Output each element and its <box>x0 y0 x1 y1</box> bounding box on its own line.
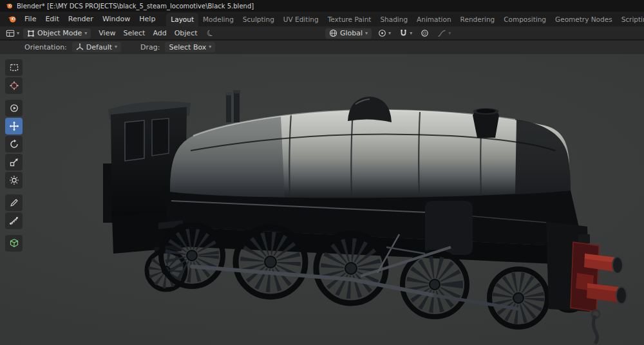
loco-smokebox <box>515 120 571 194</box>
drag-label: Drag: <box>140 43 160 51</box>
loco-cab-window <box>125 120 144 161</box>
chevron-down-icon: ▾ <box>410 31 412 36</box>
loco-chimney-mouth <box>477 109 496 113</box>
loco-safety-valve-top <box>225 92 232 95</box>
proportional-editing-toggle[interactable] <box>419 28 431 39</box>
magnet-icon <box>399 29 408 37</box>
loco-steam-dome <box>348 97 392 122</box>
snap-toggle[interactable]: ▾ <box>397 28 414 39</box>
select-box-icon <box>9 62 19 73</box>
loco-safety-valve-top <box>233 90 240 93</box>
loco-cab-window <box>152 118 169 156</box>
orientation-dropdown[interactable]: Default ▾ <box>72 42 121 52</box>
menu-object[interactable]: Object <box>171 28 202 39</box>
loco-safety-valve <box>234 92 240 122</box>
proportional-falloff-dropdown[interactable]: ▾ <box>435 28 453 39</box>
tool-settings-bar: Orientation: Default ▾ Drag: Select Box … <box>0 40 644 54</box>
tool-shelf <box>5 59 23 252</box>
menu-edit[interactable]: Edit <box>41 14 63 24</box>
axes-icon <box>76 43 84 51</box>
locomotive-model[interactable] <box>0 54 644 345</box>
loco-coupling-chain <box>593 315 597 344</box>
globe-icon <box>329 29 337 37</box>
loco-lamp-bracket <box>578 234 590 243</box>
tab-shading[interactable]: Shading <box>375 13 412 26</box>
loco-coupling-rod <box>192 266 435 295</box>
editor-type-icon <box>6 29 15 38</box>
blender-app-icon <box>5 2 13 10</box>
cursor-icon <box>9 80 19 91</box>
chevron-down-icon: ▾ <box>115 44 117 50</box>
loco-firebox <box>170 117 285 197</box>
tool-move[interactable] <box>5 118 23 135</box>
editor-type-dropdown[interactable]: ▾ <box>4 28 21 39</box>
chevron-down-icon: ▾ <box>365 31 368 36</box>
viewport-3d[interactable] <box>0 54 644 345</box>
measure-icon <box>9 216 19 226</box>
chevron-down-icon: ▾ <box>448 31 451 36</box>
orientation-label: Orientation: <box>24 43 67 51</box>
tab-animation[interactable]: Animation <box>412 13 456 26</box>
drag-dropdown[interactable]: Select Box ▾ <box>165 42 215 52</box>
tool-annotate[interactable] <box>5 194 23 211</box>
object-mode-icon <box>27 30 35 37</box>
loco-buffer-head <box>616 287 627 304</box>
falloff-curve-icon <box>437 29 446 38</box>
tab-geometry-nodes[interactable]: Geometry Nodes <box>551 13 617 26</box>
tool-scale[interactable] <box>5 154 23 171</box>
chevron-down-icon: ▾ <box>17 31 19 36</box>
tool-rotate[interactable] <box>5 136 23 153</box>
tab-texture-paint[interactable]: Texture Paint <box>323 13 376 26</box>
title-bar: Blender* [E:\MY DCS PROJECTS\black_5_ste… <box>0 0 644 12</box>
blender-logo-icon <box>7 14 17 24</box>
menu-view[interactable]: View <box>95 28 119 39</box>
pivot-point-dropdown[interactable]: ▾ <box>376 28 393 39</box>
tab-rendering[interactable]: Rendering <box>456 13 500 26</box>
proportional-editing-icon <box>421 29 429 37</box>
loco-wheel <box>402 252 467 317</box>
menu-help[interactable]: Help <box>135 14 160 24</box>
tool-transform[interactable] <box>5 172 23 189</box>
rotate-icon <box>9 139 19 149</box>
workspace-tabs: Layout Modeling Sculpting UV Editing Tex… <box>166 12 644 26</box>
header-transform-tools: Global ▾ ▾ ▾ <box>325 26 453 40</box>
tool-measure[interactable] <box>5 212 23 229</box>
menu-file[interactable]: File <box>20 14 41 24</box>
loco-buffer-head <box>612 257 623 274</box>
tab-layout[interactable]: Layout <box>166 13 198 26</box>
blender-menu-button[interactable] <box>4 14 20 24</box>
transform-icon <box>9 175 19 185</box>
tab-uv-editing[interactable]: UV Editing <box>279 13 323 26</box>
mode-dropdown-label: Object Mode <box>37 29 82 37</box>
tool-select-box[interactable] <box>5 59 23 76</box>
viewport-header: ▾ Object Mode ▾ View Select Add Object ☾ <box>0 26 644 40</box>
gizmo-crescent-icon[interactable]: ☾ <box>205 27 216 39</box>
blender-window: Blender* [E:\MY DCS PROJECTS\black_5_ste… <box>0 0 644 345</box>
menu-window[interactable]: Window <box>98 14 135 24</box>
move-icon <box>9 121 19 131</box>
pivot-point-icon <box>378 29 386 37</box>
transform-orientation-dropdown[interactable]: Global ▾ <box>325 28 372 39</box>
chevron-down-icon: ▾ <box>209 44 211 50</box>
tool-spin[interactable] <box>5 100 23 117</box>
tab-scripting[interactable]: Scripting <box>617 13 644 26</box>
menu-render[interactable]: Render <box>64 14 98 24</box>
tab-sculpting[interactable]: Sculpting <box>238 13 279 26</box>
add-cube-icon <box>9 238 19 248</box>
chevron-down-icon: ▾ <box>388 31 391 36</box>
scale-icon <box>9 157 19 167</box>
tab-compositing[interactable]: Compositing <box>499 13 551 26</box>
menu-add[interactable]: Add <box>149 28 170 39</box>
loco-wheel <box>489 269 547 327</box>
drag-value: Select Box <box>169 43 206 51</box>
annotate-pencil-icon <box>9 198 19 208</box>
mode-dropdown[interactable]: Object Mode ▾ <box>23 28 91 39</box>
tab-modeling[interactable]: Modeling <box>198 13 238 26</box>
menu-select[interactable]: Select <box>119 28 149 39</box>
tool-cursor[interactable] <box>5 77 23 94</box>
chevron-down-icon: ▾ <box>84 31 87 36</box>
window-title: Blender* [E:\MY DCS PROJECTS\black_5_ste… <box>17 3 254 10</box>
top-bar: File Edit Render Window Help Layout Mode… <box>0 12 644 26</box>
tool-add-cube[interactable] <box>5 235 23 252</box>
orientation-value: Default <box>86 43 112 51</box>
